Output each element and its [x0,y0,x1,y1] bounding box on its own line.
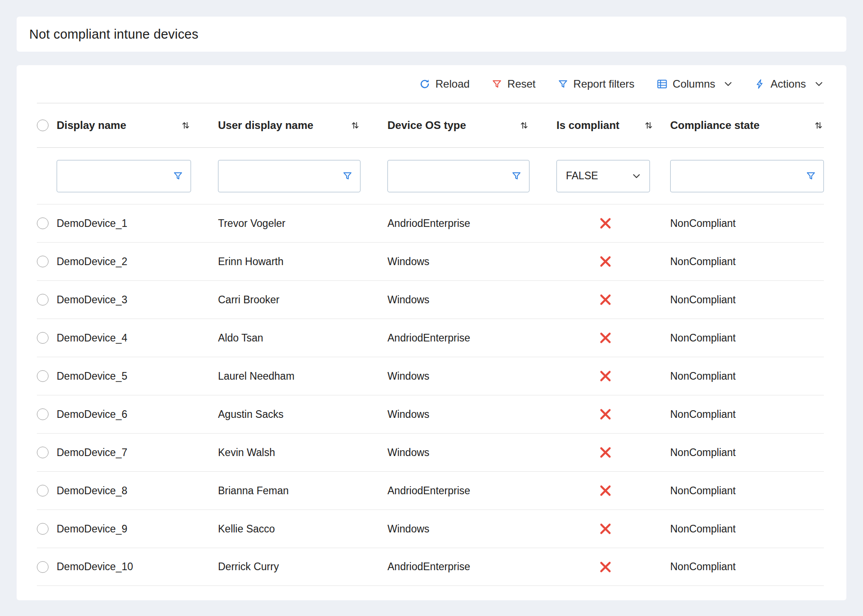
cell-display-name: DemoDevice_3 [57,294,218,306]
filter-icon[interactable] [173,171,183,182]
column-header-user-display-name: User display name [218,119,387,132]
cell-device-os-type: AndriodEnterprise [387,561,556,573]
not-compliant-icon [599,560,612,574]
row-checkbox[interactable] [37,485,49,496]
filter-box [387,160,529,192]
cell-user-display-name: Erinn Howarth [218,256,387,268]
row-select-cell [37,332,57,344]
lightning-icon [755,79,765,89]
not-compliant-icon [599,408,612,421]
cell-device-os-type: AndriodEnterprise [387,332,556,344]
row-checkbox[interactable] [37,408,49,420]
table-row: DemoDevice_4 Aldo Tsan AndriodEnterprise… [37,319,824,357]
selected-value: FALSE [566,170,598,182]
table-row: DemoDevice_8 Brianna Feman AndriodEnterp… [37,471,824,510]
toolbar: Reload Reset Report filters Columns [37,65,824,103]
cell-compliance-state: NonCompliant [670,217,824,230]
filter-input-display-name[interactable] [65,170,173,182]
row-select-cell [37,294,57,306]
cell-is-compliant [556,217,670,230]
select-all-checkbox[interactable] [37,120,49,131]
columns-icon [656,78,668,90]
sort-icon[interactable] [643,120,654,131]
cell-user-display-name: Trevor Vogeler [218,217,387,230]
row-checkbox[interactable] [37,256,49,267]
report-filters-button[interactable]: Report filters [557,78,635,90]
cell-device-os-type: Windows [387,294,556,306]
cell-user-display-name: Carri Brooker [218,294,387,306]
cell-compliance-state: NonCompliant [670,370,824,382]
cell-device-os-type: Windows [387,408,556,421]
sort-icon[interactable] [180,120,191,131]
cell-device-os-type: AndriodEnterprise [387,485,556,497]
filter-icon[interactable] [805,171,816,182]
cell-user-display-name: Laurel Needham [218,370,387,382]
table-body: DemoDevice_1 Trevor Vogeler AndriodEnter… [37,204,824,586]
reload-button[interactable]: Reload [419,78,470,90]
report-filters-label: Report filters [574,78,635,90]
actions-button[interactable]: Actions [755,78,824,90]
row-select-cell [37,370,57,382]
sort-icon[interactable] [519,120,529,131]
columns-button[interactable]: Columns [656,78,734,90]
chevron-down-icon [723,79,733,89]
sort-icon[interactable] [813,120,824,131]
not-compliant-icon [599,331,612,345]
reset-filter-icon [491,79,503,90]
row-select-cell [37,408,57,420]
not-compliant-icon [599,293,612,306]
cell-display-name: DemoDevice_5 [57,370,218,382]
row-select-cell [37,523,57,535]
cell-user-display-name: Aldo Tsan [218,332,387,344]
cell-display-name: DemoDevice_1 [57,217,218,230]
row-select-cell [37,561,57,573]
table-row: DemoDevice_7 Kevin Walsh Windows NonComp… [37,433,824,471]
cell-compliance-state: NonCompliant [670,447,824,459]
row-checkbox[interactable] [37,294,49,306]
row-checkbox[interactable] [37,332,49,344]
column-header-label: Is compliant [556,119,619,132]
table-row: DemoDevice_5 Laurel Needham Windows NonC… [37,357,824,395]
filter-input-compliance-state[interactable] [679,170,805,182]
column-header-compliance-state: Compliance state [670,119,824,132]
row-checkbox[interactable] [37,523,49,535]
sort-icon[interactable] [350,120,360,131]
row-select-cell [37,485,57,496]
table-row: DemoDevice_6 Agustin Sacks Windows NonCo… [37,395,824,433]
filter-icon[interactable] [342,171,353,182]
row-checkbox[interactable] [37,370,49,382]
filter-icon[interactable] [511,171,522,182]
title-card: Not compliant intune devices [17,17,846,52]
reset-label: Reset [507,78,536,90]
cell-is-compliant [556,408,670,421]
cell-display-name: DemoDevice_8 [57,485,218,497]
table-row: DemoDevice_10 Derrick Curry AndriodEnter… [37,548,824,586]
report-card: Reload Reset Report filters Columns [17,65,846,600]
filter-input-device-os-type[interactable] [396,170,511,182]
row-checkbox[interactable] [37,447,49,458]
cell-is-compliant [556,446,670,459]
cell-user-display-name: Agustin Sacks [218,408,387,421]
cell-user-display-name: Kevin Walsh [218,447,387,459]
report-filters-icon [557,79,569,90]
row-checkbox[interactable] [37,561,49,573]
cell-compliance-state: NonCompliant [670,561,824,573]
filter-box [218,160,360,192]
page-title: Not compliant intune devices [29,27,198,42]
filter-select-is-compliant[interactable]: FALSE [556,160,650,192]
cell-display-name: DemoDevice_10 [57,561,218,573]
cell-display-name: DemoDevice_7 [57,447,218,459]
table-row: DemoDevice_3 Carri Brooker Windows NonCo… [37,280,824,319]
row-checkbox[interactable] [37,217,49,229]
cell-is-compliant [556,369,670,383]
reset-button[interactable]: Reset [491,78,536,90]
cell-is-compliant [556,293,670,306]
not-compliant-icon [599,369,612,383]
column-header-label: Device OS type [387,119,466,132]
filter-input-user-display-name[interactable] [227,170,342,182]
cell-is-compliant [556,331,670,345]
cell-user-display-name: Brianna Feman [218,485,387,497]
filter-cell-user-display-name [218,160,387,192]
column-header-device-os-type: Device OS type [387,119,556,132]
cell-display-name: DemoDevice_2 [57,256,218,268]
